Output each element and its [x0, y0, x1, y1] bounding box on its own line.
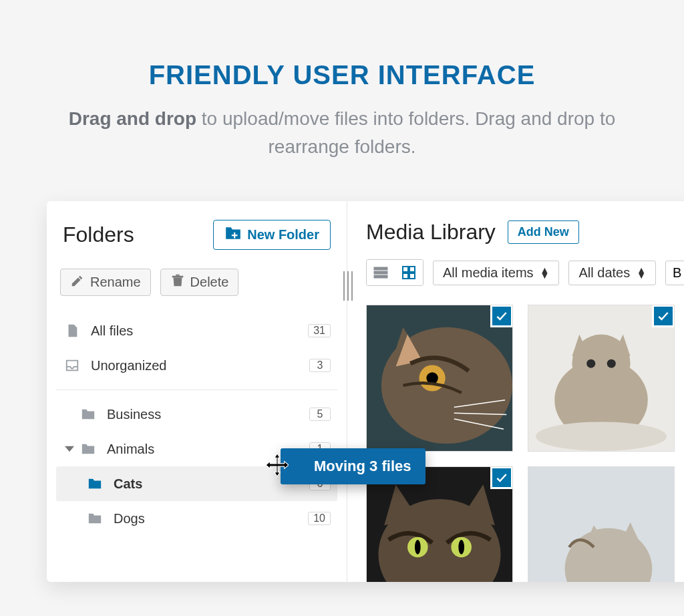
file-icon — [63, 323, 81, 338]
hero-sub-rest: to upload/move files into folders. Drag … — [196, 108, 615, 157]
svg-rect-3 — [374, 271, 387, 274]
media-type-select[interactable]: All media items ▲▼ — [433, 261, 559, 285]
svg-point-32 — [415, 540, 421, 555]
chevron-down-icon[interactable] — [63, 444, 76, 454]
svg-point-33 — [458, 540, 464, 555]
move-cursor-icon — [266, 454, 289, 476]
unorganized-count: 3 — [309, 359, 331, 372]
svg-marker-38 — [266, 454, 289, 476]
folders-sidebar: Folders New Folder Rename — [47, 201, 347, 582]
folder-icon — [86, 476, 104, 491]
svg-point-25 — [536, 422, 667, 451]
business-count: 5 — [309, 408, 331, 421]
svg-rect-4 — [374, 275, 387, 278]
media-library-main: Media Library Add New All media items — [347, 201, 684, 582]
delete-button[interactable]: Delete — [160, 269, 239, 296]
resize-handle-icon[interactable] — [343, 271, 353, 301]
trash-icon — [170, 273, 185, 291]
all-files-label: All files — [91, 323, 133, 339]
all-files-count: 31 — [308, 324, 331, 337]
unorganized-label: Unorganized — [91, 358, 166, 373]
folder-plus-icon — [224, 226, 242, 244]
dogs-label: Dogs — [114, 511, 145, 526]
hero-title: FRIENDLY USER INTERFACE — [27, 60, 657, 90]
svg-rect-1 — [232, 235, 238, 236]
app-panel: Folders New Folder Rename — [47, 201, 684, 582]
dogs-count: 10 — [308, 512, 331, 525]
media-type-value: All media items — [443, 265, 534, 281]
view-toggle — [366, 259, 423, 286]
rename-label: Rename — [90, 275, 141, 290]
sidebar-item-dogs[interactable]: Dogs 10 — [56, 501, 337, 536]
cats-label: Cats — [114, 476, 142, 492]
folder-icon — [79, 442, 98, 456]
list-icon — [373, 265, 389, 281]
svg-rect-8 — [409, 273, 415, 279]
svg-rect-7 — [403, 273, 408, 279]
dates-select[interactable]: All dates ▲▼ — [568, 261, 656, 285]
media-thumbnail[interactable] — [366, 305, 513, 452]
sort-arrows-icon: ▲▼ — [540, 267, 550, 278]
divider — [56, 390, 337, 390]
svg-rect-6 — [409, 267, 415, 272]
inbox-icon — [63, 358, 81, 373]
grid-icon — [401, 265, 417, 281]
bulk-select-button[interactable]: B — [665, 261, 684, 285]
pencil-icon — [70, 273, 85, 291]
selected-check-icon[interactable] — [652, 305, 675, 327]
hero-sub-bold: Drag and drop — [69, 108, 196, 129]
svg-point-23 — [586, 359, 595, 368]
animals-label: Animals — [107, 442, 154, 457]
cat-image-icon — [528, 467, 674, 582]
svg-rect-5 — [403, 267, 408, 272]
sidebar-item-business[interactable]: Business 5 — [56, 397, 337, 432]
grid-view-button[interactable] — [395, 260, 423, 285]
rename-button[interactable]: Rename — [60, 269, 151, 296]
add-new-button[interactable]: Add New — [508, 220, 579, 244]
sort-arrows-icon: ▲▼ — [637, 267, 646, 278]
svg-point-24 — [607, 359, 616, 368]
selected-check-icon[interactable] — [490, 305, 513, 327]
dates-value: All dates — [578, 265, 630, 281]
media-thumbnail[interactable] — [528, 466, 675, 582]
hero-subtitle: Drag and drop to upload/move files into … — [48, 105, 636, 161]
new-folder-label: New Folder — [247, 227, 319, 243]
folder-icon — [86, 511, 104, 526]
sidebar-item-all-files[interactable]: All files 31 — [56, 313, 337, 348]
media-library-heading: Media Library — [366, 220, 496, 245]
selected-check-icon[interactable] — [490, 466, 513, 489]
folders-heading: Folders — [63, 222, 134, 247]
new-folder-button[interactable]: New Folder — [213, 220, 331, 250]
drag-tooltip: Moving 3 files — [281, 448, 425, 484]
sidebar-item-unorganized[interactable]: Unorganized 3 — [56, 348, 337, 383]
delete-label: Delete — [190, 275, 229, 290]
svg-rect-2 — [374, 267, 387, 270]
folder-icon — [79, 407, 98, 422]
list-view-button[interactable] — [367, 260, 395, 285]
business-label: Business — [107, 407, 161, 422]
media-thumbnail[interactable] — [528, 305, 675, 452]
